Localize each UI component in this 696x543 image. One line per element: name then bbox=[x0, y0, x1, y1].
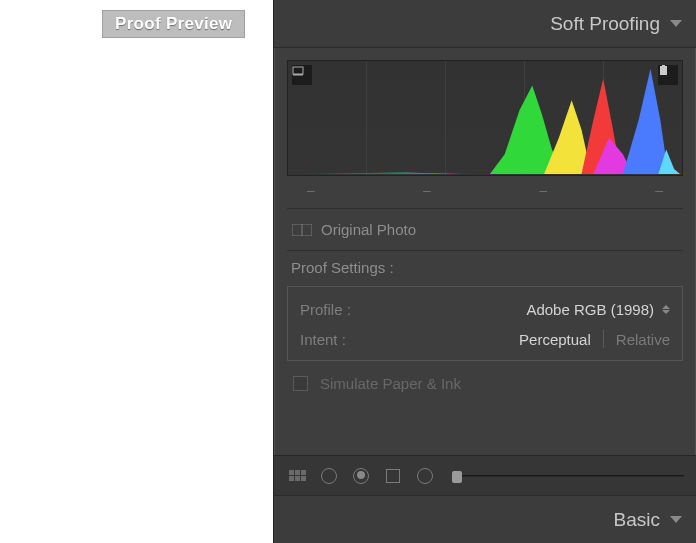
proof-preview-badge: Proof Preview bbox=[102, 10, 245, 38]
chevron-down-icon bbox=[670, 516, 682, 523]
proof-settings-box: Profile : Adobe RGB (1998) Intent : Perc… bbox=[287, 286, 683, 361]
panel-header-soft-proofing[interactable]: Soft Proofing bbox=[274, 0, 696, 48]
profile-label: Profile : bbox=[300, 301, 351, 318]
divider bbox=[603, 330, 604, 348]
loupe-view-button[interactable] bbox=[318, 465, 340, 487]
compare-view-button[interactable] bbox=[382, 465, 404, 487]
updown-icon bbox=[662, 305, 670, 314]
readout-dash: – bbox=[539, 182, 547, 198]
profile-dropdown[interactable]: Adobe RGB (1998) bbox=[526, 301, 670, 318]
panel-header-basic[interactable]: Basic bbox=[274, 495, 696, 543]
highlight-clipping-toggle[interactable] bbox=[658, 65, 678, 85]
before-after-icon bbox=[291, 222, 313, 238]
slider-thumb-icon bbox=[452, 471, 462, 483]
readout-dash: – bbox=[307, 182, 315, 198]
proof-settings-heading: Proof Settings : bbox=[287, 251, 683, 286]
view-toolbar bbox=[274, 455, 696, 495]
intent-perceptual-button[interactable]: Perceptual bbox=[519, 331, 591, 348]
original-photo-label: Original Photo bbox=[321, 221, 416, 238]
svg-rect-1 bbox=[293, 74, 303, 76]
shadow-clipping-toggle[interactable] bbox=[292, 65, 312, 85]
loupe-view-active-button[interactable] bbox=[350, 465, 372, 487]
svg-rect-3 bbox=[662, 65, 665, 67]
readout-dash: – bbox=[655, 182, 663, 198]
intent-label: Intent : bbox=[300, 331, 346, 348]
profile-value: Adobe RGB (1998) bbox=[526, 301, 654, 318]
grid-view-button[interactable] bbox=[286, 465, 308, 487]
soft-proofing-panel: Soft Proofing bbox=[273, 0, 696, 543]
simulate-paper-ink-checkbox[interactable] bbox=[293, 376, 308, 391]
histogram bbox=[287, 60, 683, 176]
readout-dash: – bbox=[423, 182, 431, 198]
survey-view-button[interactable] bbox=[414, 465, 436, 487]
intent-relative-button[interactable]: Relative bbox=[616, 331, 670, 348]
thumbnail-size-slider[interactable] bbox=[452, 475, 684, 477]
panel-footer-title: Basic bbox=[614, 509, 660, 531]
svg-rect-2 bbox=[660, 66, 667, 75]
chevron-down-icon bbox=[670, 20, 682, 27]
original-photo-toggle[interactable]: Original Photo bbox=[287, 209, 683, 250]
svg-rect-0 bbox=[293, 67, 303, 74]
histogram-svg bbox=[288, 61, 682, 175]
simulate-paper-ink-label: Simulate Paper & Ink bbox=[320, 375, 461, 392]
panel-header-title: Soft Proofing bbox=[550, 13, 660, 35]
histogram-readout-row: – – – – bbox=[287, 176, 683, 208]
